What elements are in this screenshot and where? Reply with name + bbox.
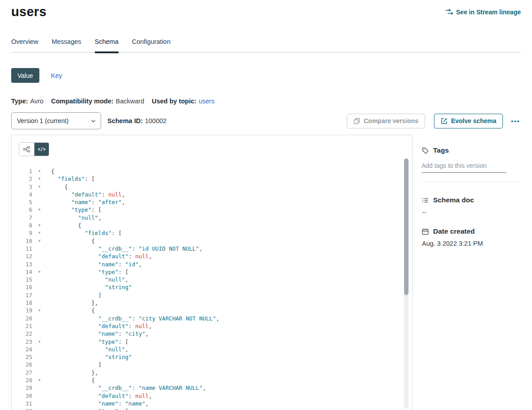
editor-scrollbar-thumb[interactable] — [404, 158, 409, 295]
fold-toggle-icon[interactable]: ▾ — [36, 183, 43, 191]
tree-view-toggle[interactable] — [19, 143, 34, 156]
fold-toggle-icon[interactable]: ▾ — [36, 237, 43, 245]
code-line: 30 "default": null, — [12, 392, 412, 400]
stream-lineage-link[interactable]: See in Stream lineage — [445, 8, 521, 16]
code-line-text: ] — [43, 361, 102, 368]
code-line-text: "__crdb__": "name VARCHAR NULL", — [43, 384, 206, 392]
line-number: 25 — [12, 353, 36, 361]
line-number: 12 — [12, 252, 36, 260]
code-line: 11 "__crdb__": "id UUID NOT NULL", — [12, 245, 412, 252]
code-line-text: "name": "city", — [43, 330, 149, 337]
date-created-header: Date created — [421, 227, 521, 235]
code-line-text: "null", — [43, 276, 128, 283]
code-line: 25 "string" — [12, 353, 412, 361]
fold-toggle-icon[interactable]: ▾ — [36, 222, 43, 229]
schema-doc-icon — [421, 196, 429, 204]
fold-spacer — [36, 400, 43, 407]
line-number: 23 — [12, 338, 36, 346]
tab-configuration[interactable]: Configuration — [132, 38, 170, 52]
value-key-toggle: Value Key — [11, 68, 521, 83]
fold-toggle-icon[interactable]: ▾ — [36, 229, 43, 237]
date-created-title: Date created — [433, 227, 475, 235]
page-header: users See in Stream lineage — [11, 0, 521, 19]
fold-spacer — [36, 276, 43, 283]
line-number: 3 — [12, 183, 36, 191]
fold-spacer — [36, 198, 43, 206]
fold-toggle-icon[interactable]: ▾ — [36, 338, 43, 346]
type-label: Type: — [11, 98, 28, 105]
line-number: 28 — [12, 376, 36, 384]
line-number: 20 — [12, 315, 36, 322]
schema-doc-title: Schema doc — [433, 196, 474, 204]
fold-spacer — [36, 330, 43, 337]
schema-content: </> 1▾{2▾ "fields": [3▾ {4 "default": nu… — [11, 135, 521, 410]
code-line: 27 }, — [12, 369, 412, 376]
code-line: 21 "default": null, — [12, 322, 412, 330]
editor-view-toggles: </> — [19, 142, 49, 156]
fold-spacer — [36, 191, 43, 198]
fold-toggle-icon[interactable]: ▾ — [36, 167, 43, 175]
code-view-toggle[interactable]: </> — [34, 143, 49, 156]
editor-scrollbar-track[interactable] — [404, 158, 409, 409]
code-line: 22 "name": "city", — [12, 330, 412, 337]
code-line-text: { — [43, 183, 68, 191]
code-line-text: "type": [ — [43, 407, 128, 410]
code-line: 7 "null", — [12, 214, 412, 222]
fold-toggle-icon[interactable]: ▾ — [36, 268, 43, 276]
code-line-text: "string" — [43, 283, 132, 291]
fold-toggle-icon[interactable]: ▾ — [36, 206, 43, 214]
line-number: 16 — [12, 283, 36, 291]
code-line-text: "name": "name", — [43, 400, 149, 407]
code-line-text: "name": "after", — [43, 198, 125, 206]
line-number: 32 — [12, 407, 36, 410]
code-line: 31 "name": "name", — [12, 400, 412, 407]
code-line-text: "default": null, — [43, 252, 152, 260]
value-toggle-button[interactable]: Value — [11, 68, 39, 83]
line-number: 5 — [12, 198, 36, 206]
evolve-schema-button[interactable]: Evolve schema — [434, 114, 503, 128]
code-line: 23▾ "type": [ — [12, 338, 412, 346]
line-number: 15 — [12, 276, 36, 283]
code-line-text: { — [43, 307, 95, 314]
fold-toggle-icon[interactable]: ▾ — [36, 175, 43, 183]
fold-spacer — [36, 369, 43, 376]
code-line-text: { — [43, 237, 95, 245]
line-number: 27 — [12, 369, 36, 376]
code-line: 15 "null", — [12, 276, 412, 283]
line-number: 26 — [12, 361, 36, 368]
type-value: Avro — [30, 98, 44, 105]
add-tags-input[interactable] — [421, 160, 506, 173]
used-by-topic-label: Used by topic: — [152, 98, 196, 105]
fold-toggle-icon[interactable]: ▾ — [36, 376, 43, 384]
code-line: 29 "__crdb__": "name VARCHAR NULL", — [12, 384, 412, 392]
compare-versions-button[interactable]: Compare versions — [347, 114, 425, 128]
tab-messages[interactable]: Messages — [51, 38, 81, 52]
line-number: 24 — [12, 346, 36, 353]
copy-icon — [353, 118, 360, 124]
line-number: 14 — [12, 268, 36, 276]
code-line-text: "__crdb__": "id UUID NOT NULL", — [43, 245, 203, 252]
fold-toggle-icon[interactable]: ▾ — [36, 407, 43, 410]
line-number: 31 — [12, 400, 36, 407]
tab-schema[interactable]: Schema — [95, 38, 119, 52]
schema-id-label: Schema ID: — [107, 117, 143, 124]
version-select[interactable]: Version 1 (current) — [11, 112, 101, 129]
evolve-schema-label: Evolve schema — [451, 117, 496, 124]
fold-spacer — [36, 261, 43, 268]
chevron-down-icon — [91, 119, 96, 124]
key-toggle-link[interactable]: Key — [51, 72, 62, 79]
code-line: 2▾ "fields": [ — [12, 175, 412, 183]
line-number: 10 — [12, 237, 36, 245]
tab-overview[interactable]: Overview — [11, 38, 38, 52]
code-line-text: "default": null, — [43, 191, 125, 198]
topic-link[interactable]: users — [199, 98, 214, 105]
compatibility-mode-value: Backward — [116, 98, 145, 105]
fold-toggle-icon[interactable]: ▾ — [36, 307, 43, 314]
fold-spacer — [36, 299, 43, 307]
code-view-icon: </> — [38, 147, 46, 152]
version-select-value: Version 1 (current) — [17, 117, 68, 124]
code-line: 12 "default": null, — [12, 252, 412, 260]
page-title: users — [11, 4, 47, 19]
more-options-button[interactable]: ••• — [510, 118, 521, 124]
code-line: 6▾ "type": [ — [12, 206, 412, 214]
